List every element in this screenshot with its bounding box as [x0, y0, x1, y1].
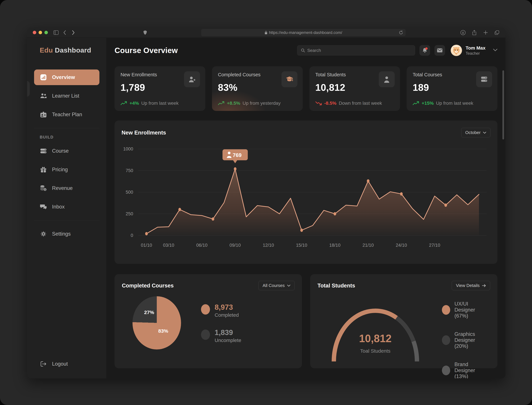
view-details-button[interactable]: View Details — [452, 281, 490, 290]
svg-text:769: 769 — [233, 152, 242, 158]
graphics-label: Graphics Designer (20%) — [455, 331, 490, 349]
page-title: Course Overview — [114, 46, 178, 55]
browser-toolbar: https://edu-management-dashboard.com/ — [27, 27, 505, 38]
svg-text:0: 0 — [131, 233, 133, 238]
uncomplete-count: 1,839 — [215, 329, 241, 337]
sidebar-item-teacher-plan[interactable]: Teacher Plan — [34, 107, 99, 122]
minimize-window-button[interactable] — [39, 31, 42, 34]
svg-text:$: $ — [44, 188, 46, 191]
notifications-button[interactable] — [419, 45, 430, 56]
close-window-button[interactable] — [33, 31, 36, 34]
graphics-dot — [442, 335, 450, 345]
stat-card-total-courses: Total Courses 189 +15% Up from last week — [407, 66, 498, 111]
logout-button[interactable]: Logout — [34, 356, 99, 372]
view-details-label: View Details — [456, 283, 480, 288]
reload-icon[interactable] — [399, 30, 403, 36]
sidebar-item-pricing[interactable]: Pricing — [34, 162, 99, 177]
stat-delta: +8.5% Up from yesterday — [218, 101, 281, 106]
stat-delta-value: +15% — [422, 101, 434, 106]
gauge-chart[interactable]: 10,812 Toal Students — [321, 295, 430, 366]
new-tab-icon[interactable] — [483, 30, 488, 35]
month-filter-dropdown[interactable]: October — [461, 128, 491, 137]
enrollments-chart[interactable]: 1000750500250001/1003/1006/1009/1012/101… — [121, 142, 491, 252]
toolbar-right-icons — [460, 30, 500, 35]
svg-text:21/10: 21/10 — [363, 243, 374, 248]
uncomplete-dot — [201, 330, 210, 340]
sidebar-item-overview[interactable]: Overview — [34, 69, 99, 85]
completed-caption: Completed — [215, 312, 239, 318]
uxui-label: UX/UI Designer (67%) — [455, 301, 490, 319]
sidebar-item-revenue[interactable]: $ Revenue — [34, 180, 99, 196]
stat-cards-row: New Enrollments 1,789 +4% Up from last w… — [114, 66, 498, 111]
enrollments-chart-card: New Enrollments October 1000750500250001… — [114, 121, 498, 264]
chevron-down-icon — [287, 285, 290, 287]
share-icon[interactable] — [471, 30, 477, 35]
shield-icon[interactable] — [142, 30, 148, 35]
forward-button[interactable] — [70, 30, 76, 35]
main-content: Course Overview Tom Max Teacher — [107, 38, 505, 378]
svg-text:1000: 1000 — [123, 147, 133, 151]
svg-text:750: 750 — [126, 168, 133, 173]
brand-label: Brand Designer (13%) — [455, 361, 490, 378]
pie-chart[interactable]: 27% 83% — [133, 296, 181, 350]
zoom-window-button[interactable] — [44, 31, 48, 34]
sidebar-item-label: Teacher Plan — [52, 112, 82, 118]
uxui-dot — [442, 305, 450, 315]
completed-dot — [201, 304, 210, 315]
sidebar-item-label: Overview — [52, 74, 75, 80]
course-filter-dropdown[interactable]: All Courses — [258, 281, 295, 290]
sidebar: Edu Dashboard Overview Learner List — [27, 38, 107, 378]
downloads-icon[interactable] — [460, 30, 466, 35]
stat-card-completed-courses: Completed Courses 83% +8.5% Up from yest… — [212, 66, 303, 111]
search-icon — [301, 48, 305, 53]
trend-up-icon — [218, 101, 225, 105]
brand-dot — [442, 366, 450, 375]
address-bar[interactable]: https://edu-management-dashboard.com/ — [201, 29, 406, 36]
trend-up-icon — [121, 101, 127, 105]
sidebar-toggle-icon[interactable] — [53, 30, 59, 35]
chevron-down-icon[interactable] — [493, 49, 498, 52]
month-filter-label: October — [465, 130, 481, 135]
svg-text:01/10: 01/10 — [141, 243, 152, 248]
uncomplete-caption: Uncomplete — [215, 338, 241, 343]
tab-overview-icon[interactable] — [494, 30, 500, 35]
sidebar-item-inbox[interactable]: Inbox — [34, 199, 99, 215]
chat-bubbles-icon — [40, 204, 47, 210]
back-button[interactable] — [62, 30, 67, 35]
stat-delta: +4% Up from last week — [121, 101, 179, 106]
stat-delta-note: Up from yesterday — [242, 101, 281, 106]
svg-text:24/10: 24/10 — [396, 243, 407, 248]
completed-courses-card: Completed Courses All Courses 27% 83% — [114, 274, 302, 368]
edge-notch — [27, 81, 30, 97]
user-name: Tom Max — [466, 45, 485, 51]
user-meta: Tom Max Teacher — [466, 45, 485, 56]
search-input[interactable] — [307, 48, 411, 53]
svg-text:09/10: 09/10 — [229, 243, 241, 248]
sidebar-item-label: Pricing — [52, 167, 68, 173]
bar-chart-icon — [40, 74, 47, 81]
browser-window: https://edu-management-dashboard.com/ — [27, 27, 505, 378]
gift-icon — [40, 166, 47, 173]
svg-text:06/10: 06/10 — [196, 243, 208, 248]
sidebar-item-course[interactable]: Course — [34, 143, 99, 159]
messages-button[interactable] — [434, 45, 445, 56]
gear-icon — [40, 231, 47, 237]
user-avatar[interactable] — [451, 45, 462, 56]
completed-count: 8,973 — [215, 303, 239, 311]
chevron-down-icon — [483, 132, 486, 134]
sidebar-item-learner-list[interactable]: Learner List — [34, 88, 99, 104]
svg-text:250: 250 — [126, 211, 133, 216]
trend-down-icon — [315, 101, 322, 105]
svg-text:12/10: 12/10 — [263, 243, 274, 248]
server-icon — [40, 148, 47, 154]
stat-card-total-students: Total Students 10,812 -8.5% Down from la… — [310, 66, 400, 111]
sidebar-section-build: BUILD — [27, 134, 106, 142]
logo-rest: Dashboard — [55, 46, 91, 54]
graduation-cap-icon — [282, 71, 297, 87]
search-bar[interactable] — [297, 45, 415, 55]
gauge-value: 10,812 — [321, 332, 430, 345]
scrollbar-thumb[interactable] — [502, 70, 504, 140]
pie-slice-label-completed: 83% — [158, 328, 168, 334]
logo-accent: Edu — [40, 46, 53, 54]
sidebar-item-settings[interactable]: Settings — [34, 226, 99, 242]
